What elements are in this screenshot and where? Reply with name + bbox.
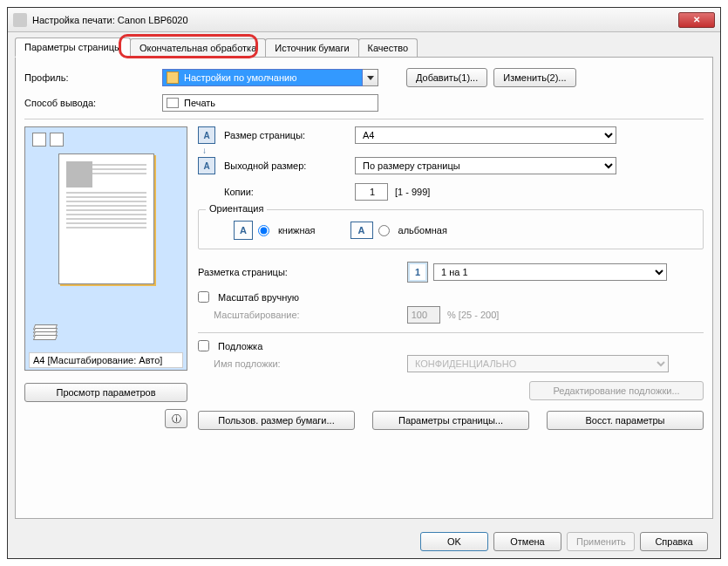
printer-icon — [13, 13, 27, 27]
info-icon-button[interactable]: ⓘ — [165, 409, 187, 428]
separator — [24, 119, 704, 119]
tab-paper-source[interactable]: Источник бумаги — [265, 38, 358, 57]
orientation-legend: Ориентация — [206, 203, 267, 214]
output-label: Способ вывода: — [24, 98, 162, 108]
paper-stack-icon — [34, 326, 60, 345]
profile-label: Профиль: — [24, 72, 162, 83]
cancel-button[interactable]: Отмена — [493, 532, 561, 551]
landscape-icon: A — [350, 222, 373, 239]
output-combo[interactable]: Печать — [162, 94, 378, 112]
page-thumb — [58, 153, 154, 284]
orientation-landscape[interactable]: A альбомная — [350, 222, 447, 239]
profile-icon — [167, 72, 179, 84]
portrait-radio[interactable] — [258, 225, 269, 236]
custom-paper-size-button[interactable]: Пользов. размер бумаги... — [198, 411, 355, 430]
profile-value: Настройки по умолчанию — [184, 72, 296, 83]
ok-button[interactable]: OK — [420, 532, 488, 551]
help-button[interactable]: Справка — [640, 532, 708, 551]
layout-icon: 1 — [407, 262, 428, 283]
page-size-label: Размер страницы: — [224, 130, 355, 140]
manual-scale-check[interactable] — [198, 291, 209, 303]
page-options-button[interactable]: Параметры страницы... — [372, 411, 529, 430]
tab-page-params[interactable]: Параметры страницы — [15, 38, 131, 58]
watermark-check[interactable] — [198, 340, 209, 351]
scaling-spinner — [407, 306, 440, 324]
tab-finishing[interactable]: Окончательная обработка — [130, 38, 266, 57]
watermark-name-label: Имя подложки: — [214, 358, 407, 369]
orientation-portrait[interactable]: A книжная — [234, 221, 316, 240]
output-size-select[interactable]: По размеру страницы — [355, 157, 616, 174]
profile-caret[interactable] — [363, 69, 378, 86]
edit-profile-button[interactable]: Изменить(2)... — [493, 68, 575, 87]
scaling-label: Масштабирование: — [214, 310, 407, 320]
close-button[interactable]: ✕ — [678, 12, 715, 28]
output-size-label: Выходной размер: — [224, 160, 355, 171]
view-params-button[interactable]: Просмотр параметров — [24, 383, 187, 402]
add-profile-button[interactable]: Добавить(1)... — [406, 68, 487, 87]
watermark-select: КОНФИДЕНЦИАЛЬНО — [407, 355, 669, 372]
copies-spinner[interactable] — [355, 183, 388, 201]
preview-mode1-icon[interactable] — [32, 133, 46, 147]
dialog-button-row: OK Отмена Применить Справка — [420, 532, 708, 551]
output-value: Печать — [184, 98, 215, 108]
page-size-select[interactable]: A4 — [355, 126, 616, 144]
layout-label: Разметка страницы: — [198, 267, 355, 277]
edit-watermark-button: Редактирование подложки... — [529, 381, 704, 400]
preview-pane: A4 [Масштабирование: Авто] — [24, 126, 187, 371]
output-size-icon: A — [198, 157, 215, 174]
titlebar[interactable]: Настройка печати: Canon LBP6020 ✕ — [8, 8, 720, 32]
copies-label: Копии: — [224, 187, 355, 197]
print-settings-window: Настройка печати: Canon LBP6020 ✕ Параме… — [7, 7, 721, 559]
tab-quality[interactable]: Качество — [358, 38, 418, 57]
orientation-group: Ориентация A книжная A альбомная — [198, 209, 704, 249]
arrow-down-icon: ↓ — [202, 146, 704, 155]
manual-scale-label: Масштаб вручную — [218, 292, 299, 303]
restore-defaults-button[interactable]: Восст. параметры — [547, 411, 704, 430]
scaling-range: % [25 - 200] — [447, 310, 499, 320]
portrait-icon: A — [234, 221, 253, 240]
copies-range: [1 - 999] — [395, 187, 430, 197]
window-title: Настройка печати: Canon LBP6020 — [32, 15, 678, 25]
profile-combo[interactable]: Настройки по умолчанию — [162, 69, 363, 86]
watermark-label: Подложка — [218, 341, 262, 351]
preview-caption: A4 [Масштабирование: Авто] — [29, 352, 183, 368]
tab-panel-page-params: Профиль: Настройки по умолчанию Добавить… — [15, 57, 713, 519]
separator2 — [198, 332, 704, 333]
preview-mode2-icon[interactable] — [50, 133, 64, 147]
printer-small-icon — [167, 98, 179, 108]
page-size-icon: A — [198, 126, 215, 144]
layout-select[interactable]: 1 на 1 — [433, 263, 667, 281]
landscape-radio[interactable] — [378, 225, 390, 236]
tabstrip: Параметры страницы Окончательная обработ… — [15, 38, 713, 57]
apply-button: Применить — [567, 532, 635, 551]
